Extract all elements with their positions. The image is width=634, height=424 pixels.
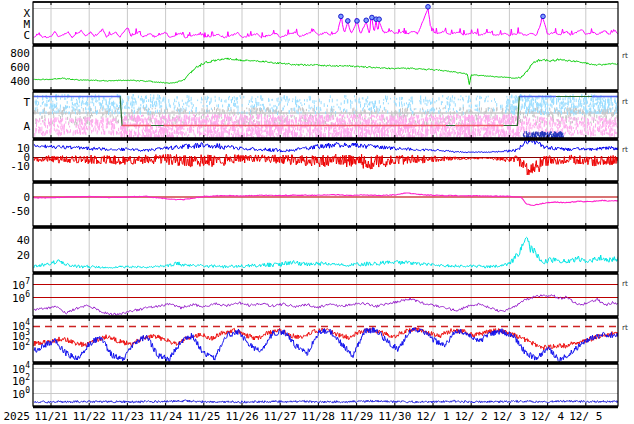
date-label: 11/22 (73, 410, 106, 423)
y-axis-label: 102 (12, 337, 30, 352)
flare-event-marker (339, 14, 344, 19)
flare-event-marker (355, 19, 360, 24)
panel-high-energy-flux (33, 274, 618, 316)
panel-xray-flux (33, 2, 618, 44)
panel-density (34, 228, 619, 272)
xray-long (34, 9, 619, 39)
flare-event-marker (377, 17, 382, 22)
flare-event-marker (364, 18, 369, 23)
flare-event-marker (346, 19, 351, 24)
y-axis-label: 800 (10, 47, 30, 60)
flux-blue (34, 328, 619, 362)
date-label: 12/ 2 (455, 410, 488, 423)
date-label: 11/24 (149, 410, 182, 423)
y-axis-label: 600 (10, 61, 30, 74)
chart-container: XMC800600400rtTArt100-10rt0-504020107106… (0, 0, 634, 424)
panel-mid-energy-flux (33, 318, 618, 362)
date-label: 11/29 (340, 410, 373, 423)
y-axis-label: A (23, 120, 30, 133)
rt-label: rt (622, 279, 628, 288)
date-label: 11/27 (264, 410, 297, 423)
date-label: 12/ 4 (531, 410, 564, 423)
date-label: 11/30 (378, 410, 411, 423)
date-label: 12/ 1 (416, 410, 449, 423)
y-axis-label: 100 (12, 385, 30, 400)
y-axis-label: C (23, 29, 30, 42)
date-label: 11/23 (111, 410, 144, 423)
y-axis-label: -50 (10, 205, 30, 218)
y-axis-label: 40 (17, 234, 30, 247)
year-label: 2025 (4, 410, 31, 423)
y-axis-label: 20 (17, 249, 30, 262)
rt-label: rt (622, 97, 628, 106)
bt-total-field (34, 139, 619, 153)
panel-magnetic-field (33, 139, 618, 181)
y-axis-label: T (23, 96, 30, 109)
y-axis-label: -10 (10, 160, 30, 173)
panel-border (33, 364, 618, 406)
flare-event-marker (541, 14, 546, 19)
rt-label: rt (622, 323, 628, 332)
panel-storm-index (33, 183, 618, 226)
flare-event-marker (426, 5, 431, 10)
panel-border (33, 46, 618, 90)
panel-low-energy-flux (33, 364, 618, 406)
proton-density (34, 237, 619, 268)
rt-label: rt (622, 145, 628, 154)
rt-label: rt (622, 51, 628, 60)
dst-index (34, 193, 619, 206)
scatter-band (166, 95, 464, 115)
date-label: 11/21 (34, 410, 67, 423)
date-label: 11/25 (187, 410, 220, 423)
panel-border (33, 274, 618, 316)
date-label: 11/28 (302, 410, 335, 423)
date-label: 11/26 (225, 410, 258, 423)
solar-geophysical-activity-chart: XMC800600400rtTArt100-10rt0-504020107106… (0, 0, 634, 424)
y-axis-label: 400 (10, 75, 30, 88)
scatter-band (34, 117, 120, 137)
y-axis-label: 106 (12, 289, 30, 304)
scatter-band (120, 114, 522, 146)
date-label: 12/ 3 (493, 410, 526, 423)
background-flux (34, 400, 619, 403)
date-label: 12/ 5 (569, 410, 602, 423)
solar-wind-speed (34, 58, 619, 85)
y-axis-label: 0 (23, 191, 30, 204)
panel-wind-speed (34, 46, 619, 90)
